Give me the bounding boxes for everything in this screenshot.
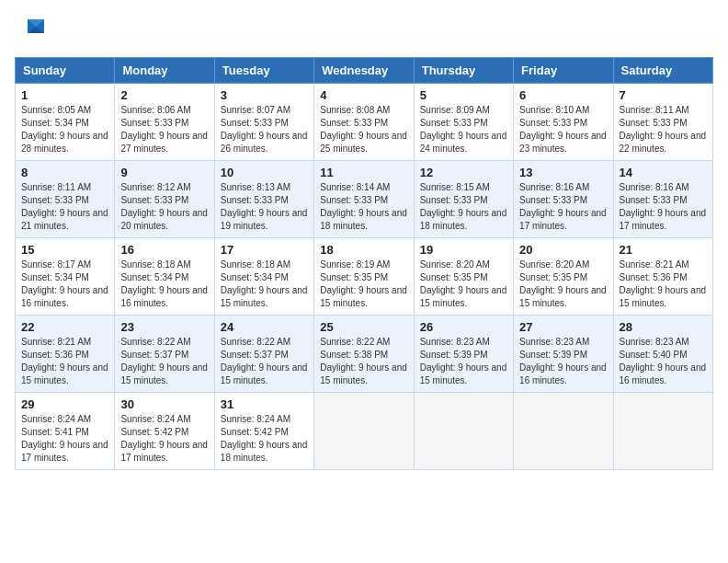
calendar-day-cell: 30 Sunrise: 8:24 AM Sunset: 5:42 PM Dayl…: [115, 393, 214, 470]
day-info: Sunrise: 8:07 AM Sunset: 5:33 PM Dayligh…: [221, 104, 308, 155]
day-number: 29: [21, 397, 108, 411]
day-info: Sunrise: 8:09 AM Sunset: 5:33 PM Dayligh…: [420, 104, 507, 155]
day-info: Sunrise: 8:13 AM Sunset: 5:33 PM Dayligh…: [221, 181, 308, 233]
weekday-header: Tuesday: [214, 58, 313, 84]
day-info: Sunrise: 8:08 AM Sunset: 5:33 PM Dayligh…: [320, 104, 407, 155]
calendar-day-cell: 17 Sunrise: 8:18 AM Sunset: 5:34 PM Dayl…: [214, 238, 313, 316]
calendar-day-cell: 12 Sunrise: 8:15 AM Sunset: 5:33 PM Dayl…: [414, 161, 513, 238]
weekday-header: Thursday: [414, 58, 513, 84]
day-info: Sunrise: 8:11 AM Sunset: 5:33 PM Dayligh…: [620, 104, 707, 155]
day-number: 24: [221, 320, 308, 334]
calendar-day-cell: 9 Sunrise: 8:12 AM Sunset: 5:33 PM Dayli…: [115, 161, 214, 238]
calendar-day-cell: [314, 393, 414, 470]
day-number: 17: [221, 243, 308, 257]
day-info: Sunrise: 8:12 AM Sunset: 5:33 PM Dayligh…: [120, 181, 208, 233]
day-info: Sunrise: 8:18 AM Sunset: 5:34 PM Dayligh…: [120, 259, 208, 310]
day-number: 26: [420, 320, 507, 334]
calendar-day-cell: 2 Sunrise: 8:06 AM Sunset: 5:33 PM Dayli…: [115, 84, 214, 161]
weekday-header: Saturday: [613, 58, 712, 84]
day-info: Sunrise: 8:10 AM Sunset: 5:33 PM Dayligh…: [519, 104, 607, 155]
day-number: 5: [420, 88, 507, 102]
day-info: Sunrise: 8:23 AM Sunset: 5:39 PM Dayligh…: [519, 336, 607, 387]
calendar-day-cell: [613, 393, 712, 470]
calendar-day-cell: 29 Sunrise: 8:24 AM Sunset: 5:41 PM Dayl…: [16, 393, 115, 470]
day-info: Sunrise: 8:21 AM Sunset: 5:36 PM Dayligh…: [21, 336, 108, 387]
calendar-day-cell: 28 Sunrise: 8:23 AM Sunset: 5:40 PM Dayl…: [613, 316, 712, 393]
calendar-day-cell: 15 Sunrise: 8:17 AM Sunset: 5:34 PM Dayl…: [16, 238, 115, 316]
day-info: Sunrise: 8:16 AM Sunset: 5:33 PM Dayligh…: [519, 181, 607, 233]
day-number: 22: [21, 320, 108, 334]
day-number: 16: [120, 243, 208, 257]
calendar-header-row: SundayMondayTuesdayWednesdayThursdayFrid…: [16, 58, 713, 84]
logo: [15, 15, 46, 46]
day-info: Sunrise: 8:21 AM Sunset: 5:36 PM Dayligh…: [620, 259, 707, 310]
day-number: 11: [320, 166, 407, 179]
day-number: 4: [320, 88, 407, 102]
day-number: 25: [320, 320, 407, 334]
day-number: 7: [620, 88, 707, 102]
day-number: 23: [120, 320, 208, 334]
day-info: Sunrise: 8:18 AM Sunset: 5:34 PM Dayligh…: [221, 259, 308, 310]
calendar-day-cell: [514, 393, 613, 470]
day-number: 1: [21, 88, 108, 102]
calendar-week-row: 15 Sunrise: 8:17 AM Sunset: 5:34 PM Dayl…: [16, 238, 713, 316]
day-number: 14: [620, 166, 707, 179]
calendar-week-row: 22 Sunrise: 8:21 AM Sunset: 5:36 PM Dayl…: [16, 316, 713, 393]
day-info: Sunrise: 8:06 AM Sunset: 5:33 PM Dayligh…: [120, 104, 208, 155]
day-info: Sunrise: 8:24 AM Sunset: 5:42 PM Dayligh…: [120, 413, 208, 465]
day-info: Sunrise: 8:19 AM Sunset: 5:35 PM Dayligh…: [320, 259, 407, 310]
day-info: Sunrise: 8:16 AM Sunset: 5:33 PM Dayligh…: [620, 181, 707, 233]
day-number: 15: [21, 243, 108, 257]
calendar-day-cell: 1 Sunrise: 8:05 AM Sunset: 5:34 PM Dayli…: [16, 84, 115, 161]
calendar-day-cell: 4 Sunrise: 8:08 AM Sunset: 5:33 PM Dayli…: [314, 84, 414, 161]
day-number: 28: [620, 320, 707, 334]
day-number: 30: [120, 397, 208, 411]
calendar-day-cell: 22 Sunrise: 8:21 AM Sunset: 5:36 PM Dayl…: [16, 316, 115, 393]
calendar-week-row: 29 Sunrise: 8:24 AM Sunset: 5:41 PM Dayl…: [16, 393, 713, 470]
calendar-day-cell: [414, 393, 513, 470]
day-info: Sunrise: 8:24 AM Sunset: 5:41 PM Dayligh…: [21, 413, 108, 465]
calendar-day-cell: 8 Sunrise: 8:11 AM Sunset: 5:33 PM Dayli…: [16, 161, 115, 238]
day-number: 12: [420, 166, 507, 179]
calendar-week-row: 1 Sunrise: 8:05 AM Sunset: 5:34 PM Dayli…: [16, 84, 713, 161]
calendar-day-cell: 25 Sunrise: 8:22 AM Sunset: 5:38 PM Dayl…: [314, 316, 414, 393]
day-info: Sunrise: 8:15 AM Sunset: 5:33 PM Dayligh…: [420, 181, 507, 233]
day-number: 13: [519, 166, 607, 179]
day-number: 20: [519, 243, 607, 257]
day-number: 19: [420, 243, 507, 257]
weekday-header: Monday: [115, 58, 214, 84]
calendar-day-cell: 20 Sunrise: 8:20 AM Sunset: 5:35 PM Dayl…: [514, 238, 613, 316]
weekday-header: Sunday: [16, 58, 115, 84]
calendar-day-cell: 5 Sunrise: 8:09 AM Sunset: 5:33 PM Dayli…: [414, 84, 513, 161]
day-info: Sunrise: 8:11 AM Sunset: 5:33 PM Dayligh…: [21, 181, 108, 233]
day-number: 3: [221, 88, 308, 102]
calendar-day-cell: 7 Sunrise: 8:11 AM Sunset: 5:33 PM Dayli…: [613, 84, 712, 161]
day-number: 2: [120, 88, 208, 102]
calendar-day-cell: 21 Sunrise: 8:21 AM Sunset: 5:36 PM Dayl…: [613, 238, 712, 316]
calendar-day-cell: 23 Sunrise: 8:22 AM Sunset: 5:37 PM Dayl…: [115, 316, 214, 393]
day-number: 6: [519, 88, 607, 102]
calendar-day-cell: 10 Sunrise: 8:13 AM Sunset: 5:33 PM Dayl…: [214, 161, 313, 238]
day-info: Sunrise: 8:22 AM Sunset: 5:38 PM Dayligh…: [320, 336, 407, 387]
calendar-day-cell: 24 Sunrise: 8:22 AM Sunset: 5:37 PM Dayl…: [214, 316, 313, 393]
calendar-day-cell: 16 Sunrise: 8:18 AM Sunset: 5:34 PM Dayl…: [115, 238, 214, 316]
day-info: Sunrise: 8:14 AM Sunset: 5:33 PM Dayligh…: [320, 181, 407, 233]
day-number: 10: [221, 166, 308, 179]
day-number: 27: [519, 320, 607, 334]
day-info: Sunrise: 8:23 AM Sunset: 5:40 PM Dayligh…: [620, 336, 707, 387]
day-info: Sunrise: 8:23 AM Sunset: 5:39 PM Dayligh…: [420, 336, 507, 387]
day-info: Sunrise: 8:24 AM Sunset: 5:42 PM Dayligh…: [221, 413, 308, 465]
calendar-day-cell: 6 Sunrise: 8:10 AM Sunset: 5:33 PM Dayli…: [514, 84, 613, 161]
day-number: 21: [620, 243, 707, 257]
day-number: 8: [21, 166, 108, 179]
day-info: Sunrise: 8:17 AM Sunset: 5:34 PM Dayligh…: [21, 259, 108, 310]
day-number: 9: [120, 166, 208, 179]
calendar-day-cell: 13 Sunrise: 8:16 AM Sunset: 5:33 PM Dayl…: [514, 161, 613, 238]
day-number: 18: [320, 243, 407, 257]
calendar-day-cell: 14 Sunrise: 8:16 AM Sunset: 5:33 PM Dayl…: [613, 161, 712, 238]
calendar-day-cell: 19 Sunrise: 8:20 AM Sunset: 5:35 PM Dayl…: [414, 238, 513, 316]
calendar-week-row: 8 Sunrise: 8:11 AM Sunset: 5:33 PM Dayli…: [16, 161, 713, 238]
weekday-header: Friday: [514, 58, 613, 84]
calendar-day-cell: 3 Sunrise: 8:07 AM Sunset: 5:33 PM Dayli…: [214, 84, 313, 161]
page-header: [15, 15, 713, 46]
